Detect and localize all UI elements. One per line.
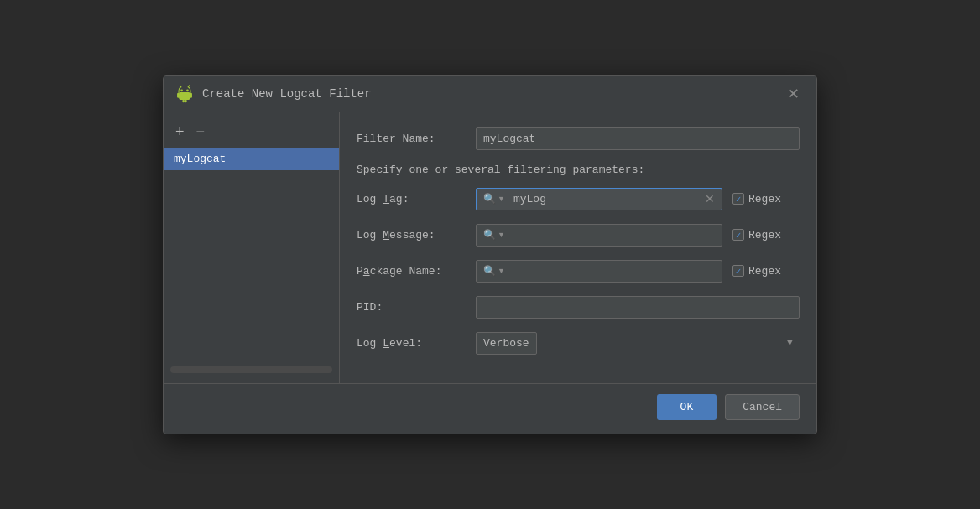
package-name-row: Package Name: 🔍 ▼ Regex [357, 260, 800, 283]
log-message-regex-checkbox[interactable] [732, 229, 744, 241]
create-logcat-filter-dialog: Create New Logcat Filter ✕ + − myLogcat … [163, 75, 817, 434]
pid-label: PID: [357, 301, 466, 314]
filter-item-name: myLogcat [174, 153, 226, 165]
search-icon: 🔍 [483, 229, 496, 241]
log-message-input[interactable] [510, 225, 722, 246]
add-filter-button[interactable]: + [170, 122, 190, 141]
svg-rect-3 [177, 92, 180, 97]
log-tag-clear-button[interactable]: ✕ [698, 192, 722, 205]
package-name-label: Package Name: [357, 265, 466, 278]
log-level-label: Log Level: [357, 337, 466, 350]
pid-input[interactable] [476, 296, 800, 319]
specify-text: Specify one or several filtering paramet… [357, 164, 800, 176]
svg-rect-2 [179, 91, 190, 99]
package-name-regex-wrap: Regex [732, 265, 800, 278]
svg-rect-5 [182, 99, 185, 101]
cancel-button[interactable]: Cancel [725, 394, 800, 420]
remove-filter-button[interactable]: − [191, 122, 211, 141]
log-message-search-icon-btn[interactable]: 🔍 ▼ [477, 229, 510, 241]
log-tag-row: Log Tag: 🔍 ▼ ✕ Regex [357, 188, 800, 210]
log-tag-input[interactable] [510, 189, 698, 210]
dialog-title: Create New Logcat Filter [202, 87, 372, 101]
dropdown-arrow-icon: ▼ [498, 195, 505, 203]
package-name-search-icon-btn[interactable]: 🔍 ▼ [477, 265, 510, 277]
dialog-footer: OK Cancel [164, 383, 816, 434]
close-button[interactable]: ✕ [782, 85, 805, 103]
svg-point-1 [186, 89, 189, 91]
log-message-row: Log Message: 🔍 ▼ Regex [357, 224, 800, 247]
svg-rect-6 [185, 99, 187, 101]
log-tag-regex-label: Regex [748, 193, 781, 205]
search-icon: 🔍 [483, 265, 496, 277]
filter-name-row: Filter Name: [357, 127, 800, 150]
log-message-field-wrap: 🔍 ▼ [476, 224, 722, 247]
right-panel: Filter Name: Specify one or several filt… [340, 112, 816, 383]
log-level-select[interactable]: Verbose Debug Info Warn Error Assert [476, 332, 537, 355]
svg-point-0 [180, 89, 183, 91]
package-name-field-wrap: 🔍 ▼ [476, 260, 722, 283]
log-tag-regex-checkbox[interactable] [732, 193, 744, 205]
left-panel: + − myLogcat [164, 112, 340, 383]
pid-row: PID: [357, 296, 800, 319]
android-logo-icon [175, 85, 194, 103]
clear-icon: ✕ [705, 192, 715, 205]
package-name-regex-label: Regex [748, 265, 781, 278]
filter-name-input[interactable] [476, 127, 800, 150]
svg-rect-4 [190, 92, 192, 97]
log-tag-label: Log Tag: [357, 193, 466, 205]
log-level-row: Log Level: Verbose Debug Info Warn Error… [357, 332, 800, 355]
log-tag-search-icon-btn[interactable]: 🔍 ▼ [477, 193, 510, 205]
log-message-label: Log Message: [357, 229, 466, 242]
ok-button[interactable]: OK [657, 394, 717, 420]
filter-list-item[interactable]: myLogcat [164, 148, 339, 170]
filter-list: myLogcat [164, 148, 339, 363]
filter-name-label: Filter Name: [357, 132, 466, 145]
search-icon: 🔍 [483, 193, 496, 205]
title-bar-left: Create New Logcat Filter [175, 85, 372, 103]
scrollbar-track [170, 366, 332, 373]
package-name-regex-checkbox[interactable] [732, 265, 744, 277]
log-message-regex-label: Regex [748, 229, 781, 242]
log-tag-regex-wrap: Regex [732, 193, 800, 205]
dropdown-arrow-icon: ▼ [498, 267, 505, 275]
log-message-regex-wrap: Regex [732, 229, 800, 242]
dialog-body: + − myLogcat Filter Name: Specify one or… [164, 112, 816, 383]
title-bar: Create New Logcat Filter ✕ [164, 76, 816, 112]
log-tag-field-wrap: 🔍 ▼ ✕ [476, 188, 722, 210]
log-level-select-wrap: Verbose Debug Info Warn Error Assert ▼ [476, 332, 800, 355]
toolbar: + − [164, 119, 339, 148]
package-name-input[interactable] [510, 261, 722, 282]
dropdown-arrow-icon: ▼ [498, 231, 505, 239]
select-arrow-icon: ▼ [787, 337, 793, 349]
